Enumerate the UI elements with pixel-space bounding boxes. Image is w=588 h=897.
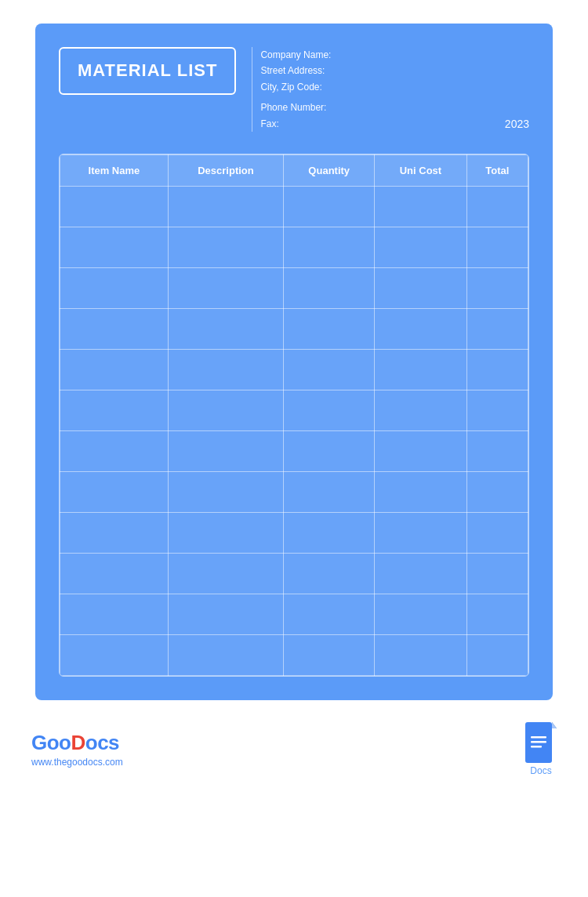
table-cell (466, 267, 528, 308)
table-cell (284, 634, 375, 675)
table-cell (466, 634, 528, 675)
table-cell (466, 227, 528, 267)
page-wrapper: MATERIAL LIST Company Name: Street Addre… (0, 0, 588, 897)
document-title: MATERIAL LIST (78, 60, 217, 82)
table-cell (284, 471, 375, 512)
table-cell (168, 308, 283, 349)
table-cell (168, 186, 283, 227)
docs-file-icon (525, 722, 557, 763)
table-cell (284, 308, 375, 349)
table-row (60, 308, 528, 349)
logo-dot-text: D (71, 731, 85, 754)
table-cell (168, 227, 283, 267)
table-cell (168, 267, 283, 308)
logo-left: GooDocs www.thegoodocs.com (31, 731, 123, 768)
table-cell (375, 349, 466, 390)
table-wrapper: Item Name Description Quantity Uni Cost … (59, 154, 529, 677)
table-cell (375, 430, 466, 471)
col-header-quantity: Quantity (284, 154, 375, 186)
table-cell (168, 430, 283, 471)
table-cell (168, 594, 283, 634)
table-cell (168, 471, 283, 512)
material-table: Item Name Description Quantity Uni Cost … (60, 154, 528, 676)
table-cell (375, 553, 466, 594)
company-city-label: City, Zip Code: (260, 79, 496, 95)
table-cell (60, 471, 169, 512)
table-cell (60, 594, 169, 634)
docs-label: Docs (530, 765, 551, 776)
table-cell (466, 512, 528, 553)
table-cell (375, 267, 466, 308)
table-cell (466, 390, 528, 430)
table-row (60, 349, 528, 390)
table-header-row: Item Name Description Quantity Uni Cost … (60, 154, 528, 186)
col-header-description: Description (168, 154, 283, 186)
year-area: 2023 (497, 47, 529, 132)
table-cell (60, 349, 169, 390)
col-header-uni-cost: Uni Cost (375, 154, 466, 186)
table-row (60, 390, 528, 430)
table-cell (284, 349, 375, 390)
table-cell (284, 512, 375, 553)
table-row (60, 512, 528, 553)
table-cell (466, 308, 528, 349)
svg-rect-5 (531, 746, 542, 748)
table-cell (284, 227, 375, 267)
table-cell (466, 186, 528, 227)
table-cell (60, 186, 169, 227)
table-cell (284, 267, 375, 308)
table-cell (466, 471, 528, 512)
company-phone-label: Phone Number: (260, 100, 496, 115)
table-row (60, 594, 528, 634)
table-row (60, 227, 528, 267)
table-cell (60, 512, 169, 553)
table-cell (60, 267, 169, 308)
table-cell (168, 349, 283, 390)
table-row (60, 471, 528, 512)
table-row (60, 186, 528, 227)
logo-goo-text: Goo (31, 731, 71, 754)
table-cell (60, 553, 169, 594)
table-cell (466, 594, 528, 634)
logo-right: Docs (525, 722, 557, 776)
table-cell (375, 308, 466, 349)
table-cell (60, 308, 169, 349)
col-header-total: Total (466, 154, 528, 186)
footer-area: GooDocs www.thegoodocs.com Docs (0, 708, 588, 790)
table-cell (284, 430, 375, 471)
table-cell (284, 594, 375, 634)
svg-rect-4 (531, 741, 546, 743)
table-cell (466, 430, 528, 471)
table-cell (375, 471, 466, 512)
table-cell (168, 390, 283, 430)
logo-url: www.thegoodocs.com (31, 757, 123, 768)
logo-brand: GooDocs (31, 731, 119, 755)
logo-ocs-text: ocs (85, 731, 119, 754)
company-fax-label: Fax: (260, 116, 496, 132)
company-name-label: Company Name: (260, 47, 496, 63)
table-row (60, 553, 528, 594)
table-cell (375, 390, 466, 430)
table-cell (375, 227, 466, 267)
company-info: Company Name: Street Address: City, Zip … (252, 47, 529, 132)
table-cell (375, 186, 466, 227)
document-area: MATERIAL LIST Company Name: Street Addre… (35, 24, 553, 700)
svg-marker-2 (552, 722, 557, 728)
table-row (60, 267, 528, 308)
table-row (60, 430, 528, 471)
table-cell (284, 390, 375, 430)
company-address-label: Street Address: (260, 63, 496, 78)
table-cell (60, 634, 169, 675)
table-cell (60, 430, 169, 471)
header: MATERIAL LIST Company Name: Street Addre… (59, 47, 529, 132)
table-cell (60, 227, 169, 267)
year-text: 2023 (505, 118, 529, 130)
col-header-item-name: Item Name (60, 154, 169, 186)
table-cell (168, 634, 283, 675)
table-cell (284, 186, 375, 227)
table-cell (168, 512, 283, 553)
table-cell (466, 349, 528, 390)
title-box: MATERIAL LIST (59, 47, 236, 95)
company-details: Company Name: Street Address: City, Zip … (252, 47, 496, 132)
table-row (60, 634, 528, 675)
